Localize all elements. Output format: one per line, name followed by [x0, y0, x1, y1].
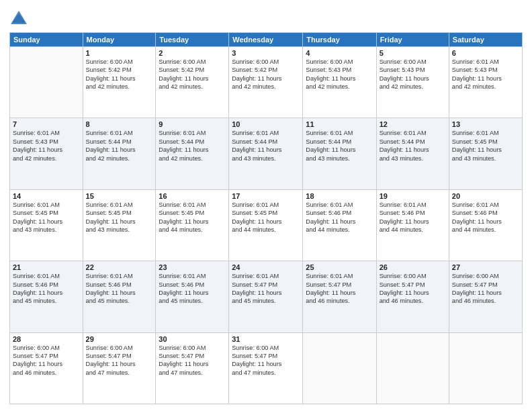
calendar-cell: 15Sunrise: 6:01 AMSunset: 5:45 PMDayligh…: [83, 189, 156, 261]
calendar-cell: 30Sunrise: 6:00 AMSunset: 5:47 PMDayligh…: [156, 332, 229, 404]
week-row-2: 7Sunrise: 6:01 AMSunset: 5:43 PMDaylight…: [10, 118, 523, 189]
cell-line: and 44 minutes.: [232, 226, 300, 234]
cell-line: Sunset: 5:43 PM: [13, 138, 80, 146]
calendar-cell: 14Sunrise: 6:01 AMSunset: 5:45 PMDayligh…: [10, 189, 83, 261]
cell-line: Daylight: 11 hours: [13, 146, 80, 154]
day-number: 6: [452, 49, 519, 57]
cell-line: and 47 minutes.: [232, 369, 300, 377]
cell-line: Sunset: 5:47 PM: [306, 281, 373, 289]
day-number: 11: [306, 120, 373, 128]
day-number: 25: [306, 263, 373, 271]
cell-line: and 43 minutes.: [13, 226, 80, 234]
cell-line: Sunrise: 6:01 AM: [159, 201, 226, 209]
cell-line: Sunrise: 6:01 AM: [452, 58, 519, 66]
cell-line: Daylight: 11 hours: [86, 218, 153, 226]
day-header-monday: Monday: [83, 33, 156, 47]
day-number: 31: [232, 335, 300, 343]
cell-line: Sunset: 5:44 PM: [306, 138, 373, 146]
cell-line: Daylight: 11 hours: [13, 289, 80, 297]
cell-line: and 43 minutes.: [306, 154, 373, 163]
cell-line: Sunrise: 6:01 AM: [232, 201, 300, 209]
cell-line: and 46 minutes.: [380, 297, 446, 305]
day-number: 27: [452, 263, 519, 271]
cell-line: Sunset: 5:45 PM: [159, 209, 226, 217]
cell-line: and 43 minutes.: [232, 154, 300, 163]
calendar-cell: 2Sunrise: 6:00 AMSunset: 5:42 PMDaylight…: [156, 47, 229, 118]
calendar-cell: 24Sunrise: 6:01 AMSunset: 5:47 PMDayligh…: [229, 261, 303, 332]
day-header-saturday: Saturday: [449, 33, 522, 47]
cell-line: Sunrise: 6:01 AM: [306, 201, 373, 209]
calendar-cell: [303, 332, 376, 404]
cell-line: and 42 minutes.: [232, 83, 300, 91]
cell-line: Sunset: 5:46 PM: [86, 281, 153, 289]
cell-line: Sunrise: 6:00 AM: [86, 58, 153, 66]
day-number: 4: [306, 49, 373, 57]
day-header-wednesday: Wednesday: [229, 33, 303, 47]
cell-line: Daylight: 11 hours: [452, 146, 519, 154]
day-number: 14: [13, 192, 80, 200]
cell-line: Daylight: 11 hours: [380, 75, 446, 83]
day-number: 16: [159, 192, 226, 200]
cell-line: Daylight: 11 hours: [232, 289, 300, 297]
cell-line: and 47 minutes.: [86, 369, 153, 377]
day-number: 9: [159, 120, 226, 128]
cell-line: Daylight: 11 hours: [232, 75, 300, 83]
cell-line: Sunset: 5:47 PM: [86, 352, 153, 360]
day-number: 18: [306, 192, 373, 200]
cell-line: Sunrise: 6:00 AM: [380, 272, 446, 280]
cell-line: Daylight: 11 hours: [306, 75, 373, 83]
cell-line: Daylight: 11 hours: [380, 218, 446, 226]
day-number: 2: [159, 49, 226, 57]
cell-line: Sunset: 5:45 PM: [86, 209, 153, 217]
cell-line: Sunset: 5:47 PM: [159, 352, 226, 360]
cell-line: and 44 minutes.: [380, 226, 446, 234]
cell-line: Sunset: 5:46 PM: [13, 281, 80, 289]
svg-marker-1: [12, 13, 26, 23]
day-number: 5: [380, 49, 446, 57]
calendar-cell: 1Sunrise: 6:00 AMSunset: 5:42 PMDaylight…: [83, 47, 156, 118]
cell-line: Sunset: 5:45 PM: [13, 209, 80, 217]
calendar-cell: 11Sunrise: 6:01 AMSunset: 5:44 PMDayligh…: [303, 118, 376, 189]
day-number: 23: [159, 263, 226, 271]
cell-line: Sunset: 5:42 PM: [86, 66, 153, 74]
day-number: 22: [86, 263, 153, 271]
cell-line: and 47 minutes.: [159, 369, 226, 377]
cell-line: Daylight: 11 hours: [306, 146, 373, 154]
day-header-tuesday: Tuesday: [156, 33, 229, 47]
day-number: 28: [13, 335, 80, 343]
cell-line: Sunset: 5:47 PM: [13, 352, 80, 360]
day-number: 24: [232, 263, 300, 271]
cell-line: Sunrise: 6:01 AM: [380, 129, 446, 137]
cell-line: Sunrise: 6:01 AM: [232, 272, 300, 280]
cell-line: Daylight: 11 hours: [159, 360, 226, 368]
cell-line: Sunrise: 6:01 AM: [306, 129, 373, 137]
cell-line: Sunset: 5:44 PM: [232, 138, 300, 146]
day-number: 3: [232, 49, 300, 57]
week-row-5: 28Sunrise: 6:00 AMSunset: 5:47 PMDayligh…: [10, 332, 523, 404]
calendar-cell: 22Sunrise: 6:01 AMSunset: 5:46 PMDayligh…: [83, 261, 156, 332]
cell-line: and 44 minutes.: [159, 226, 226, 234]
cell-line: Sunrise: 6:01 AM: [86, 272, 153, 280]
cell-line: Sunset: 5:44 PM: [159, 138, 226, 146]
day-number: 7: [13, 120, 80, 128]
calendar-cell: 17Sunrise: 6:01 AMSunset: 5:45 PMDayligh…: [229, 189, 303, 261]
cell-line: Sunrise: 6:01 AM: [13, 201, 80, 209]
cell-line: Sunset: 5:43 PM: [306, 66, 373, 74]
cell-line: Sunset: 5:46 PM: [380, 209, 446, 217]
cell-line: and 43 minutes.: [86, 226, 153, 234]
day-number: 21: [13, 263, 80, 271]
cell-line: Sunset: 5:47 PM: [232, 352, 300, 360]
day-header-thursday: Thursday: [303, 33, 376, 47]
cell-line: and 45 minutes.: [13, 297, 80, 305]
cell-line: Daylight: 11 hours: [159, 218, 226, 226]
cell-line: Sunset: 5:47 PM: [380, 281, 446, 289]
calendar-cell: 23Sunrise: 6:01 AMSunset: 5:46 PMDayligh…: [156, 261, 229, 332]
cell-line: Sunrise: 6:01 AM: [452, 129, 519, 137]
cell-line: and 46 minutes.: [452, 297, 519, 305]
logo: [9, 9, 31, 28]
cell-line: Daylight: 11 hours: [159, 75, 226, 83]
cell-line: Daylight: 11 hours: [452, 289, 519, 297]
cell-line: Sunset: 5:45 PM: [452, 138, 519, 146]
day-number: 15: [86, 192, 153, 200]
calendar-cell: [10, 47, 83, 118]
